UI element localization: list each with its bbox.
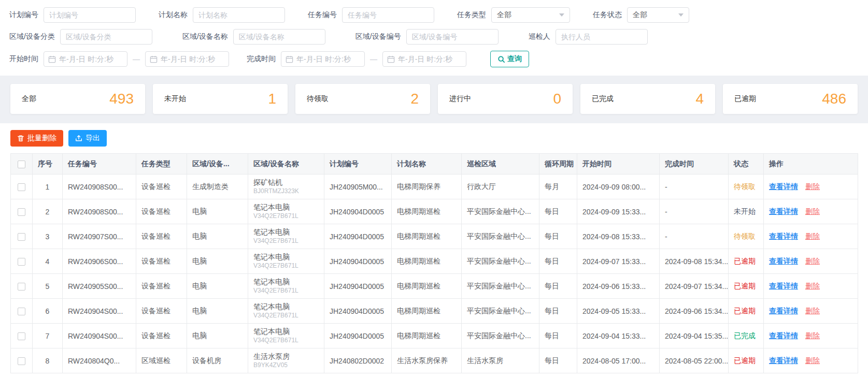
device-name: 笔记本电脑 xyxy=(253,203,319,212)
delete-link[interactable]: 删除 xyxy=(805,356,820,365)
row-checkbox[interactable] xyxy=(18,357,25,365)
start-time-from-picker[interactable] xyxy=(44,51,127,67)
select-all-checkbox[interactable] xyxy=(18,161,25,168)
row-checkbox[interactable] xyxy=(18,308,25,315)
cell-status: 已逾期 xyxy=(729,249,764,274)
view-detail-link[interactable]: 查看详情 xyxy=(769,182,798,191)
row-checkbox[interactable] xyxy=(18,283,25,291)
task-type-select[interactable]: 全部 xyxy=(491,7,570,23)
cell-task-type: 设备巡检 xyxy=(136,199,187,224)
view-detail-link[interactable]: 查看详情 xyxy=(769,282,798,290)
device-name: 笔记本电脑 xyxy=(253,302,319,311)
stat-value: 486 xyxy=(822,91,846,107)
delete-link[interactable]: 删除 xyxy=(805,182,820,191)
area-name-input[interactable] xyxy=(233,29,325,45)
area-category-input[interactable] xyxy=(60,29,152,45)
filter-plan-no: 计划编号 xyxy=(9,7,136,23)
table-row: 7 RW240904S00... 设备巡检 电脑 笔记本电脑 V34Q2E7B6… xyxy=(11,324,858,349)
cell-plan-no: JH240904D0005 xyxy=(324,224,392,249)
filter-area-category: 区域/设备分类 xyxy=(9,29,152,45)
area-category-label: 区域/设备分类 xyxy=(9,32,55,41)
device-name: 笔记本电脑 xyxy=(253,228,319,237)
stat-card[interactable]: 已完成 4 xyxy=(580,84,715,114)
status-badge: 待领取 xyxy=(734,232,756,240)
column-header: 开始时间 xyxy=(577,154,660,175)
table-row: 8 RW240804Q0... 区域巡检 设备机房 生活水泵房 B9YK4ZV0… xyxy=(11,349,858,373)
table-toolbar: 批量删除 导出 xyxy=(10,130,858,147)
cell-area: 平安国际金融中心... xyxy=(462,299,539,324)
row-checkbox[interactable] xyxy=(18,233,25,241)
stat-value: 0 xyxy=(553,91,561,107)
column-header: 操作 xyxy=(764,154,858,175)
row-checkbox[interactable] xyxy=(18,258,25,266)
delete-link[interactable]: 删除 xyxy=(805,232,820,240)
cell-finish-time: 2024-09-04 15:35... xyxy=(660,324,729,349)
inspector-input[interactable] xyxy=(556,29,648,45)
cell-finish-time: 2024-08-05 22:00... xyxy=(660,349,729,373)
status-badge: 已逾期 xyxy=(734,356,756,365)
cell-status: 已逾期 xyxy=(729,274,764,299)
view-detail-link[interactable]: 查看详情 xyxy=(769,257,798,265)
stat-card[interactable]: 全部 493 xyxy=(10,84,145,114)
view-detail-link[interactable]: 查看详情 xyxy=(769,356,798,365)
device-code: B9YK4ZV05 xyxy=(253,361,319,370)
table-row: 2 RW240908S00... 设备巡检 电脑 笔记本电脑 V34Q2E7B6… xyxy=(11,199,858,224)
start-time-to-picker[interactable] xyxy=(145,51,229,67)
start-time-to-input[interactable] xyxy=(161,55,224,63)
calendar-icon xyxy=(150,55,158,63)
task-no-input[interactable] xyxy=(342,7,434,23)
task-status-select[interactable]: 全部 xyxy=(627,7,689,23)
view-detail-link[interactable]: 查看详情 xyxy=(769,207,798,215)
stat-card[interactable]: 已逾期 486 xyxy=(723,84,858,114)
finish-time-from-picker[interactable] xyxy=(281,51,365,67)
delete-link[interactable]: 删除 xyxy=(805,331,820,340)
cell-finish-time: - xyxy=(660,224,729,249)
delete-link[interactable]: 删除 xyxy=(805,257,820,265)
cell-status: 待领取 xyxy=(729,175,764,199)
cell-start-time: 2024-09-09 08:00... xyxy=(577,175,660,199)
cell-status: 已逾期 xyxy=(729,299,764,324)
delete-link[interactable]: 删除 xyxy=(805,307,820,315)
delete-link[interactable]: 删除 xyxy=(805,207,820,215)
finish-time-from-input[interactable] xyxy=(296,55,360,63)
row-select-cell xyxy=(11,299,33,324)
stat-card[interactable]: 待领取 2 xyxy=(295,84,430,114)
row-checkbox[interactable] xyxy=(18,208,25,216)
delete-link[interactable]: 删除 xyxy=(805,282,820,290)
view-detail-link[interactable]: 查看详情 xyxy=(769,331,798,340)
area-no-input[interactable] xyxy=(406,29,499,45)
batch-delete-button[interactable]: 批量删除 xyxy=(10,130,63,147)
finish-time-to-picker[interactable] xyxy=(382,51,466,67)
plan-name-input[interactable] xyxy=(193,7,285,23)
cell-device-category: 生成制造类 xyxy=(187,175,248,199)
cell-device-name: 生活水泵房 B9YK4ZV05 xyxy=(248,349,324,373)
cell-plan-name: 电梯周期巡检 xyxy=(392,299,462,324)
cell-cycle: 每日 xyxy=(539,274,577,299)
search-button[interactable]: 查询 xyxy=(490,51,529,67)
stat-value: 4 xyxy=(695,91,704,107)
cell-task-type: 设备巡检 xyxy=(136,324,187,349)
view-detail-link[interactable]: 查看详情 xyxy=(769,232,798,240)
cell-plan-name: 电梯周期巡检 xyxy=(392,324,462,349)
view-detail-link[interactable]: 查看详情 xyxy=(769,307,798,315)
cell-actions: 查看详情 删除 xyxy=(764,274,858,299)
stat-label: 待领取 xyxy=(307,94,329,104)
stat-label: 未开始 xyxy=(164,94,186,104)
column-header: 循环周期 xyxy=(539,154,577,175)
finish-time-to-input[interactable] xyxy=(398,55,462,63)
cell-task-no: RW240906S00... xyxy=(63,249,136,274)
stat-card[interactable]: 未开始 1 xyxy=(153,84,288,114)
cell-device-name: 笔记本电脑 V34Q2E7B671L xyxy=(248,224,324,249)
stat-card[interactable]: 进行中 0 xyxy=(438,84,573,114)
task-type-value: 全部 xyxy=(497,10,511,20)
cell-area: 平安国际金融中心... xyxy=(462,274,539,299)
row-checkbox[interactable] xyxy=(18,183,25,191)
cell-seq: 5 xyxy=(33,274,63,299)
export-button[interactable]: 导出 xyxy=(68,130,107,147)
cell-device-category: 电脑 xyxy=(187,324,248,349)
row-checkbox[interactable] xyxy=(18,332,25,340)
start-time-from-input[interactable] xyxy=(59,55,123,63)
filter-plan-name: 计划名称 xyxy=(159,7,285,23)
cell-actions: 查看详情 删除 xyxy=(764,299,858,324)
plan-no-input[interactable] xyxy=(44,7,136,23)
